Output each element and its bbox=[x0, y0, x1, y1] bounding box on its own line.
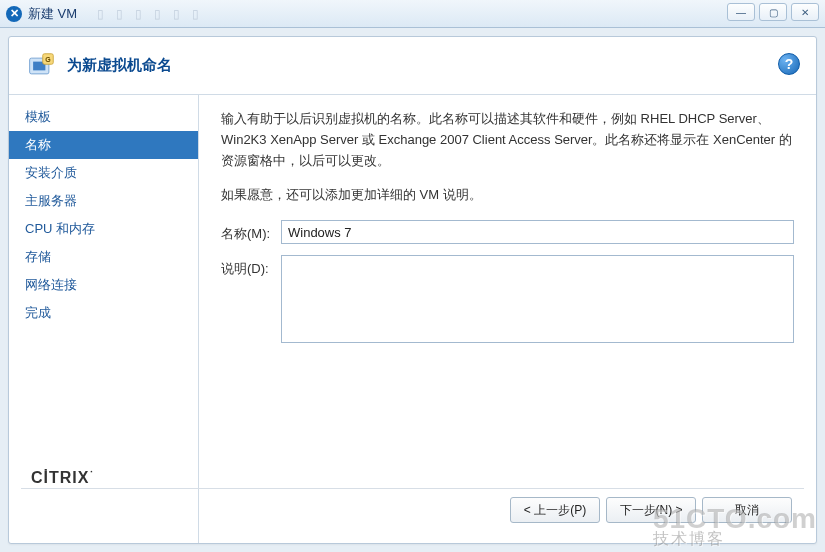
instruction-text-1: 输入有助于以后识别虚拟机的名称。此名称可以描述其软件和硬件，例如 RHEL DH… bbox=[221, 109, 794, 171]
previous-button[interactable]: < 上一步(P) bbox=[510, 497, 600, 523]
wizard-header: G 为新虚拟机命名 ? bbox=[9, 37, 816, 95]
name-row: 名称(M): bbox=[221, 220, 794, 245]
step-home-server[interactable]: 主服务器 bbox=[9, 187, 198, 215]
wizard-body: 模板 名称 安装介质 主服务器 CPU 和内存 存储 网络连接 完成 输入有助于… bbox=[9, 95, 816, 543]
step-finish[interactable]: 完成 bbox=[9, 299, 198, 327]
minimize-button[interactable]: — bbox=[727, 3, 755, 21]
wizard-frame: G 为新虚拟机命名 ? 模板 名称 安装介质 主服务器 CPU 和内存 存储 网… bbox=[8, 36, 817, 544]
window-controls: — ▢ ✕ bbox=[727, 3, 819, 21]
close-button[interactable]: ✕ bbox=[791, 3, 819, 21]
brand-logo: CİTRIX˙ bbox=[31, 469, 96, 487]
cancel-button[interactable]: 取消 bbox=[702, 497, 792, 523]
instruction-text-2: 如果愿意，还可以添加更加详细的 VM 说明。 bbox=[221, 185, 794, 206]
wizard-footer-buttons: < 上一步(P) 下一步(N) > 取消 bbox=[510, 497, 792, 523]
name-input[interactable] bbox=[281, 220, 794, 244]
description-row: 说明(D): bbox=[221, 255, 794, 343]
step-storage[interactable]: 存储 bbox=[9, 243, 198, 271]
wizard-title: 为新虚拟机命名 bbox=[67, 56, 172, 75]
footer-separator bbox=[21, 488, 804, 489]
description-input[interactable] bbox=[281, 255, 794, 343]
ghost-tabs: ▯▯▯▯▯▯ bbox=[97, 7, 199, 21]
svg-text:G: G bbox=[45, 55, 51, 62]
help-button[interactable]: ? bbox=[778, 53, 800, 75]
app-icon: ✕ bbox=[6, 6, 22, 22]
titlebar: ✕ 新建 VM ▯▯▯▯▯▯ — ▢ ✕ bbox=[0, 0, 825, 28]
step-cpu-memory[interactable]: CPU 和内存 bbox=[9, 215, 198, 243]
window-title: 新建 VM bbox=[28, 5, 77, 23]
next-button[interactable]: 下一步(N) > bbox=[606, 497, 696, 523]
maximize-button[interactable]: ▢ bbox=[759, 3, 787, 21]
step-install-media[interactable]: 安装介质 bbox=[9, 159, 198, 187]
step-network[interactable]: 网络连接 bbox=[9, 271, 198, 299]
name-label: 名称(M): bbox=[221, 220, 281, 245]
step-name[interactable]: 名称 bbox=[9, 131, 198, 159]
wizard-icon: G bbox=[27, 52, 55, 80]
wizard-content: 输入有助于以后识别虚拟机的名称。此名称可以描述其软件和硬件，例如 RHEL DH… bbox=[199, 95, 816, 543]
step-template[interactable]: 模板 bbox=[9, 103, 198, 131]
description-label: 说明(D): bbox=[221, 255, 281, 280]
